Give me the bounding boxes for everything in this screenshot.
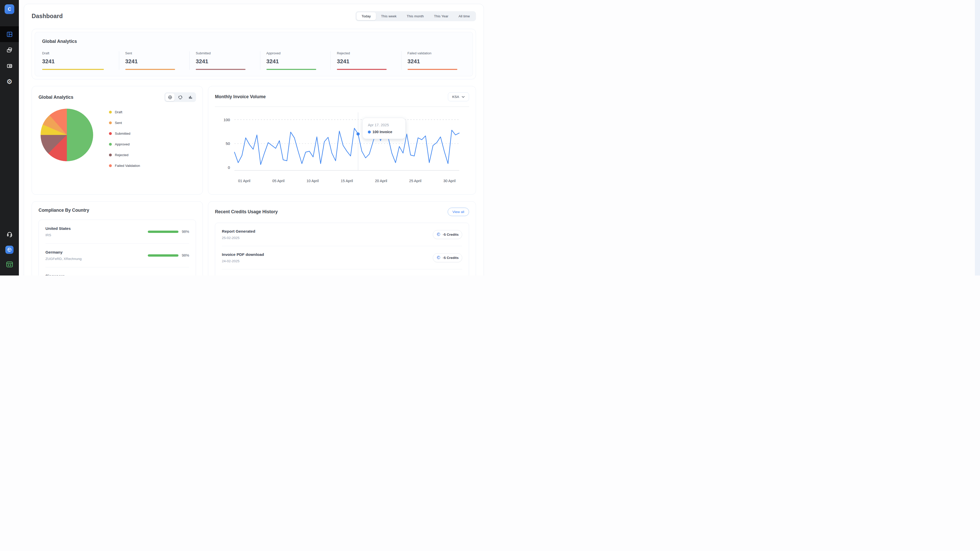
stat-underline (42, 69, 104, 70)
legend-item-approved: Approved (109, 142, 140, 146)
credit-amount: -5 Credits (443, 256, 458, 260)
country-name: United States (45, 226, 71, 231)
svg-text:05 April: 05 April (272, 179, 285, 183)
country-info: Singapore UBL 2.1, PEPPOL (45, 274, 73, 275)
chevron-down-icon (462, 96, 465, 98)
header-divider (215, 106, 469, 107)
stat-tile-sent: Sent 3241 (119, 51, 183, 70)
svg-text:01 April: 01 April (238, 179, 250, 183)
legend-dot (109, 111, 112, 114)
documents-icon (6, 47, 13, 53)
region-select[interactable]: KSA (448, 92, 469, 101)
credits-badge: © -5 Credits (433, 230, 462, 239)
legend-item-rejected: Rejected (109, 153, 140, 157)
charts-row: Global Analytics (32, 86, 476, 195)
credits-card-header: Recent Credits Usage History View all (215, 208, 469, 216)
legend-dot (109, 164, 112, 167)
compliance-title: Compliance By Country (38, 208, 196, 213)
invoice-volume-line-chart[interactable]: 100 50 0 Apr 17. 2025 100 Invoice 01 Apr… (215, 107, 469, 189)
stat-value: 3241 (266, 58, 318, 65)
dashboard-icon (6, 31, 13, 38)
svg-text:0: 0 (228, 165, 230, 170)
svg-text:20 April: 20 April (375, 179, 387, 183)
credit-info: Invoice PDF download 24-02-2025 (222, 252, 264, 263)
pie-chart[interactable] (41, 109, 93, 161)
credits-badge: © -5 Credits (433, 253, 462, 262)
volume-card-title: Monthly Invoice Volume (215, 94, 266, 100)
credit-coin-icon: © (436, 232, 441, 237)
legend-item-submitted: Submitted (109, 132, 140, 135)
svg-text:10 April: 10 April (307, 179, 319, 183)
tab-today[interactable]: Today (356, 12, 376, 20)
credit-row-report-generated: Report Generated 25-02-2025 © -5 Credits (222, 223, 462, 246)
legend-item-failed-validation: Failed Validation (109, 164, 140, 168)
svg-text:30 April: 30 April (443, 179, 455, 183)
credit-info: Report Generated 25-02-2025 (222, 229, 255, 240)
compliance-row-singapore: Singapore UBL 2.1, PEPPOL 94% (45, 267, 189, 275)
bar-chart-icon[interactable] (186, 94, 195, 101)
recent-credits-card: Recent Credits Usage History View all Re… (208, 201, 476, 275)
compliance-list: United States IRS 98% Germany (38, 220, 196, 275)
svg-text:50: 50 (226, 141, 230, 146)
country-standards: IRS (45, 233, 71, 237)
compliance-row-germany: Germany ZUGFeRD, XRechnung 98% (45, 243, 189, 267)
country-name: Singapore (45, 274, 73, 275)
legend-dot (109, 154, 112, 156)
view-all-button[interactable]: View all (448, 208, 469, 216)
tab-all-time[interactable]: All time (453, 12, 475, 20)
sidebar-item-documents[interactable] (0, 42, 19, 58)
pie-chart-icon[interactable] (165, 94, 175, 101)
support-headset-icon[interactable] (6, 230, 13, 238)
stat-underline (337, 69, 387, 70)
time-range-tabs: Today This week This month This Year All… (355, 11, 476, 21)
credit-date: 24-02-2025 (222, 259, 264, 263)
stat-tile-rejected: Rejected 3241 (331, 51, 395, 70)
country-standards: ZUGFeRD, XRechnung (45, 257, 82, 261)
main-content: Dashboard Today This week This month Thi… (19, 0, 490, 275)
donut-chart-icon[interactable] (176, 94, 185, 101)
page-title: Dashboard (32, 13, 63, 20)
credit-amount: -5 Credits (443, 233, 458, 237)
monthly-invoice-volume-card: Monthly Invoice Volume KSA 100 50 0 (208, 86, 476, 195)
region-select-value: KSA (452, 95, 459, 99)
stat-label: Submitted (196, 51, 248, 55)
sidebar: C (0, 0, 19, 275)
app-logo[interactable]: C (5, 4, 14, 14)
legend-dot (109, 132, 112, 135)
sidebar-item-settings[interactable]: ⚙ (0, 74, 19, 89)
tab-this-month[interactable]: This month (402, 12, 429, 20)
pie-chart-area[interactable]: Draft Sent Submitted Approved (38, 109, 196, 168)
wallet-icon (6, 63, 13, 69)
stat-tile-failed-validation: Failed validation 3241 (401, 51, 466, 70)
sidebar-item-wallet[interactable] (0, 58, 19, 74)
global-analytics-section: Global Analytics Draft 3241 Sent 3241 Su… (32, 29, 476, 79)
svg-text:15 April: 15 April (341, 179, 353, 183)
legend-label: Draft (115, 110, 122, 114)
lists-row: Compliance By Country United States IRS … (32, 201, 476, 275)
credit-action: Report Generated (222, 229, 255, 233)
settings-gear-icon: ⚙ (6, 78, 12, 85)
compliance-row-united-states: United States IRS 98% (45, 220, 189, 243)
stat-label: Sent (125, 51, 177, 55)
country-name: Germany (45, 250, 82, 254)
compliance-score: 98% (148, 253, 189, 257)
legend-item-draft: Draft (109, 110, 140, 114)
legend-label: Submitted (115, 132, 130, 135)
legend-label: Failed Validation (115, 164, 140, 168)
globe-icon[interactable] (5, 246, 14, 254)
sidebar-footer (5, 230, 14, 269)
sidebar-item-dashboard[interactable] (0, 26, 19, 42)
legend-label: Approved (115, 142, 130, 146)
credits-list: Report Generated 25-02-2025 © -5 Credits… (215, 223, 469, 275)
tab-this-year[interactable]: This Year (429, 12, 453, 20)
developer-code-icon[interactable] (6, 261, 13, 269)
dashboard-panel: Dashboard Today This week This month Thi… (24, 4, 484, 275)
progress-fill (148, 230, 178, 233)
tab-this-week[interactable]: This week (376, 12, 402, 20)
svg-text:Apr 17. 2025: Apr 17. 2025 (368, 123, 389, 127)
progress-track (148, 230, 179, 233)
stat-underline (196, 69, 245, 70)
stat-tile-approved: Approved 3241 (260, 51, 325, 70)
sidebar-nav: ⚙ (0, 26, 19, 89)
legend-dot (109, 121, 112, 124)
